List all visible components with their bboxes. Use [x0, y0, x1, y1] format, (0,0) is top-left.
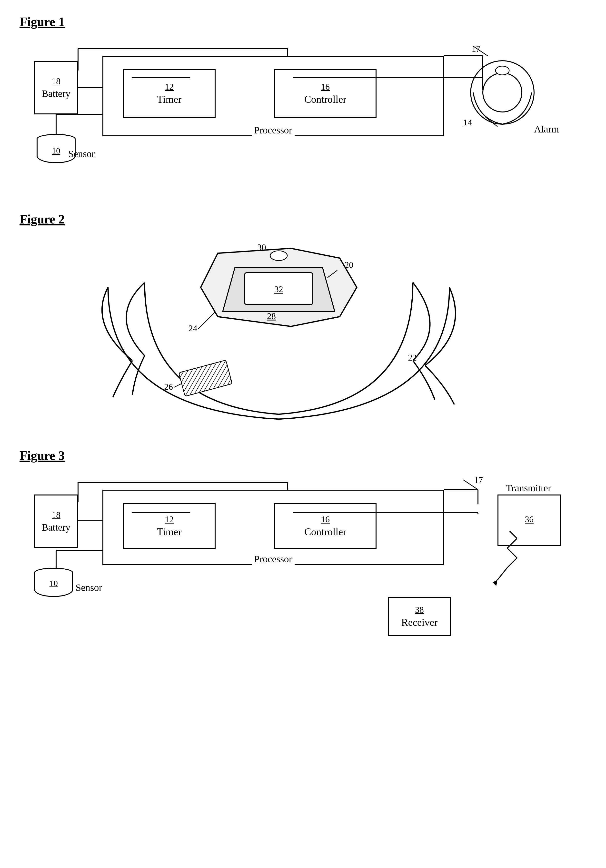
- alarm-number: 14: [463, 117, 472, 127]
- fig3-receiver-label: Receiver: [401, 617, 437, 628]
- ref-17-label: 17: [472, 44, 481, 54]
- battery-number: 18: [52, 76, 60, 86]
- fig3-controller-number: 16: [321, 514, 330, 524]
- alarm-svg: [468, 51, 536, 134]
- svg-text:20: 20: [345, 260, 353, 270]
- timer-number: 12: [165, 82, 174, 92]
- fig3-battery-box: 18 Battery: [34, 494, 78, 548]
- fig3-transmitter-label: Transmitter: [506, 482, 551, 494]
- figure-1-section: Figure 1: [20, 15, 586, 192]
- figure-1-diagram: 18 Battery 10 Sensor Processor 12 Timer: [20, 41, 556, 192]
- figure-2-section: Figure 2: [20, 212, 586, 429]
- fig3-battery-label: Battery: [42, 522, 71, 533]
- processor-box: Processor 12 Timer 16 Controller: [102, 56, 444, 136]
- svg-point-18: [270, 251, 287, 260]
- fig3-ref-17: 17: [474, 475, 483, 485]
- fig3-controller-box: 16 Controller: [274, 503, 377, 549]
- svg-line-59: [507, 558, 517, 568]
- fig3-battery-number: 18: [52, 510, 60, 520]
- fig3-timer-label: Timer: [157, 526, 181, 538]
- fig3-timer-box: 12 Timer: [123, 503, 216, 549]
- fig3-sensor-cylinder: 10: [34, 568, 73, 600]
- timer-label: Timer: [157, 93, 181, 105]
- figure-2-title: Figure 2: [20, 212, 586, 226]
- battery-label: Battery: [42, 88, 71, 99]
- sensor-label: Sensor: [68, 148, 95, 160]
- page: Figure 1: [20, 15, 586, 646]
- figure-2-diagram: 30 20 28 32 24 22 26: [59, 239, 547, 429]
- fig2-svg: 30 20 28 32 24 22 26: [59, 239, 498, 429]
- svg-rect-29: [179, 360, 232, 396]
- figure-1-title: Figure 1: [20, 15, 586, 29]
- svg-line-60: [498, 568, 507, 580]
- svg-text:32: 32: [274, 284, 283, 294]
- svg-text:30: 30: [257, 242, 266, 252]
- fig3-processor-label: Processor: [252, 553, 295, 565]
- controller-box: 16 Controller: [274, 69, 377, 118]
- svg-text:24: 24: [189, 324, 197, 333]
- fig3-receiver-box: 38 Receiver: [388, 597, 451, 636]
- controller-number: 16: [321, 82, 330, 92]
- fig3-sensor-wrap: 10 Sensor: [34, 568, 73, 600]
- figure-3-title: Figure 3: [20, 448, 586, 463]
- svg-text:22: 22: [408, 353, 417, 363]
- svg-point-14: [496, 66, 509, 75]
- svg-marker-61: [493, 580, 498, 586]
- figure-3-section: Figure 3: [20, 448, 586, 646]
- sensor-number: 10: [52, 146, 60, 155]
- controller-label: Controller: [305, 93, 346, 105]
- processor-label: Processor: [252, 124, 295, 136]
- fig3-controller-label: Controller: [305, 526, 346, 538]
- fig3-receiver-number: 38: [415, 605, 424, 615]
- alarm-area: 17 14 Alarm: [468, 51, 536, 135]
- fig3-processor-box: Processor 12 Timer 16 Controller: [102, 490, 444, 565]
- fig3-transmitter-number: 36: [525, 514, 533, 524]
- fig3-sensor-label: Sensor: [76, 582, 102, 593]
- fig3-sensor-number: 10: [49, 579, 58, 588]
- svg-text:28: 28: [267, 311, 276, 321]
- svg-point-13: [483, 73, 522, 112]
- fig3-transmitter-box: 36: [498, 494, 561, 546]
- figure-3-diagram: 18 Battery 10 Sensor Processor 12 Timer: [20, 475, 580, 646]
- svg-line-25: [198, 312, 215, 329]
- svg-line-58: [507, 548, 517, 558]
- alarm-label: Alarm: [534, 124, 559, 135]
- battery-box: 18 Battery: [34, 61, 78, 115]
- fig3-timer-number: 12: [165, 514, 174, 524]
- svg-text:26: 26: [164, 382, 173, 392]
- timer-box: 12 Timer: [123, 69, 216, 118]
